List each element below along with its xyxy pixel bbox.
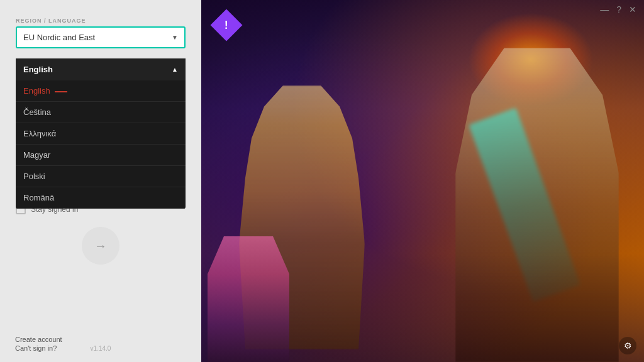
language-option-pl[interactable]: Polski [16, 166, 186, 187]
minimize-button[interactable]: — [600, 5, 609, 14]
hero-small-shape [208, 236, 289, 362]
cant-sign-in-link[interactable]: Can't sign in? [15, 344, 62, 352]
gear-icon: ⚙ [624, 341, 632, 351]
riot-logo: ! [214, 13, 239, 38]
language-dropdown-menu: English ▲ English Čeština Ελληνικά Magya… [16, 58, 186, 209]
language-option-en[interactable]: English [16, 80, 186, 102]
riot-diamond-icon: ! [211, 9, 243, 41]
signin-arrow-icon: → [94, 239, 107, 253]
region-value: EU Nordic and East [23, 33, 95, 42]
riot-exclamation: ! [225, 19, 228, 32]
signin-button-area: → [16, 227, 186, 265]
region-dropdown-arrow: ▼ [172, 34, 178, 41]
language-option-hu[interactable]: Magyar [16, 145, 186, 166]
window-controls: — ? ✕ [600, 5, 636, 14]
signin-button[interactable]: → [82, 227, 119, 265]
create-account-link[interactable]: Create account [15, 336, 62, 343]
login-area: REGION / LANGUAGE EU Nordic and East ▼ E… [16, 18, 186, 48]
right-panel: — ? ✕ ! ⚙ [201, 0, 644, 362]
region-dropdown[interactable]: EU Nordic and East ▼ [16, 26, 186, 48]
settings-gear-button[interactable]: ⚙ [619, 337, 636, 354]
language-option-el[interactable]: Ελληνικά [16, 123, 186, 145]
bottom-links: Create account Can't sign in? [15, 336, 62, 352]
language-option-ro[interactable]: Română [16, 187, 186, 209]
version-label: v1.14.0 [91, 345, 111, 352]
language-header-arrow: ▲ [172, 66, 178, 73]
language-header-text: English [23, 65, 53, 74]
hero-male-shape [455, 48, 619, 362]
language-dropdown-header[interactable]: English ▲ [16, 58, 186, 80]
close-button[interactable]: ✕ [629, 5, 636, 14]
left-panel: REGION / LANGUAGE EU Nordic and East ▼ E… [0, 0, 201, 362]
language-option-cs[interactable]: Čeština [16, 102, 186, 123]
region-language-label: REGION / LANGUAGE [16, 18, 186, 24]
help-button[interactable]: ? [616, 5, 621, 14]
